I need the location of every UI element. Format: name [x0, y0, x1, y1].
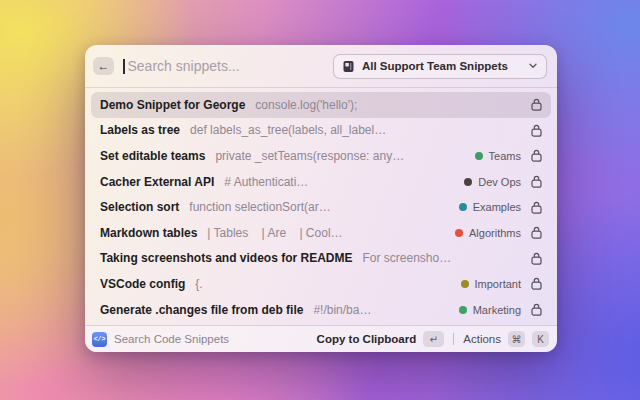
tag-color-dot: [475, 152, 483, 160]
snippet-title: Selection sort: [100, 200, 179, 214]
snippet-title: Cacher External API: [100, 175, 214, 189]
snippet-tag: Important: [461, 278, 521, 290]
snippet-row[interactable]: Labels as tree def labels_as_tree(labels…: [91, 118, 551, 144]
back-button[interactable]: ←: [93, 57, 114, 75]
tag-color-dot: [461, 280, 469, 288]
lock-icon: [531, 226, 542, 239]
back-arrow-icon: ←: [98, 59, 110, 73]
actions-button[interactable]: Actions: [463, 333, 501, 345]
tag-color-dot: [459, 306, 467, 314]
snippet-tag: Examples: [459, 201, 521, 213]
snippet-title: Markdown tables: [100, 226, 197, 240]
footer-app-label: Search Code Snippets: [114, 333, 310, 345]
lock-icon: [531, 201, 542, 214]
tag-label: Examples: [473, 201, 521, 213]
snippet-code-preview: {.: [195, 277, 450, 291]
tag-label: Important: [475, 278, 521, 290]
snippet-code-preview: console.log('hello');: [255, 98, 521, 112]
snippet-list: Demo Snippet for George console.log('hel…: [85, 88, 557, 325]
footer-actions: Copy to Clipboard ↵ Actions ⌘ K: [317, 331, 549, 347]
snippet-tag: Dev Ops: [464, 176, 521, 188]
search-placeholder: Search snippets...: [126, 58, 240, 74]
snippets-library-icon: [342, 60, 355, 73]
snippet-search-window: ← Search snippets... All Support Team Sn…: [85, 45, 557, 352]
snippet-row[interactable]: Demo Snippet for George console.log('hel…: [91, 92, 551, 118]
snippet-code-preview: # Authenticati…: [224, 175, 454, 189]
snippet-library-dropdown[interactable]: All Support Team Snippets: [333, 54, 547, 79]
search-input[interactable]: Search snippets...: [123, 58, 324, 74]
snippet-title: Generate .changes file from deb file: [100, 303, 303, 317]
tag-color-dot: [459, 203, 467, 211]
snippet-code-preview: def labels_as_tree(labels, all_label…: [190, 123, 521, 137]
tag-color-dot: [455, 229, 463, 237]
search-bar: ← Search snippets... All Support Team Sn…: [85, 45, 557, 88]
command-keycap: ⌘: [508, 331, 525, 347]
snippet-row[interactable]: Selection sort function selectionSort(ar…: [91, 194, 551, 220]
chevron-down-icon: [529, 63, 537, 69]
snippet-title: Set editable teams: [100, 149, 205, 163]
k-keycap: K: [532, 331, 549, 347]
code-snippets-app-icon: </>: [92, 332, 107, 347]
lock-icon: [531, 277, 542, 290]
snippet-code-preview: private _setTeams(response: any…: [215, 149, 464, 163]
snippet-title: Demo Snippet for George: [100, 98, 245, 112]
snippet-tag: Teams: [475, 150, 521, 162]
snippet-row[interactable]: Taking screenshots and videos for README…: [91, 246, 551, 272]
lock-icon: [531, 124, 542, 137]
snippet-title: Labels as tree: [100, 123, 180, 137]
snippet-tag: Marketing: [459, 304, 521, 316]
lock-icon: [531, 98, 542, 111]
lock-icon: [531, 175, 542, 188]
tag-color-dot: [464, 178, 472, 186]
snippet-row[interactable]: Cacher External API # Authenticati… Dev …: [91, 169, 551, 195]
snippet-title: Taking screenshots and videos for README: [100, 251, 353, 265]
snippet-code-preview: | Tables | Are | Cool…: [207, 226, 445, 240]
dropdown-selected-value: All Support Team Snippets: [362, 60, 508, 72]
tag-label: Marketing: [473, 304, 521, 316]
tag-label: Algorithms: [469, 227, 521, 239]
snippet-code-preview: #!/bin/ba…: [313, 303, 448, 317]
footer-divider: [453, 333, 454, 345]
lock-icon: [531, 252, 542, 265]
snippet-code-preview: For screensho…: [363, 251, 522, 265]
footer-bar: </> Search Code Snippets Copy to Clipboa…: [85, 325, 557, 352]
lock-icon: [531, 149, 542, 162]
snippet-row[interactable]: VSCode config {. Important: [91, 271, 551, 297]
return-keycap: ↵: [423, 331, 444, 347]
snippet-row[interactable]: Markdown tables | Tables | Are | Cool… A…: [91, 220, 551, 246]
snippet-code-preview: function selectionSort(ar…: [189, 200, 448, 214]
snippet-row[interactable]: Generate .changes file from deb file #!/…: [91, 297, 551, 323]
tag-label: Dev Ops: [478, 176, 521, 188]
snippet-title: VSCode config: [100, 277, 185, 291]
snippet-tag: Algorithms: [455, 227, 521, 239]
copy-to-clipboard-button[interactable]: Copy to Clipboard: [317, 333, 417, 345]
tag-label: Teams: [489, 150, 521, 162]
text-caret: [123, 59, 125, 74]
snippet-row[interactable]: Set editable teams private _setTeams(res…: [91, 143, 551, 169]
lock-icon: [531, 303, 542, 316]
